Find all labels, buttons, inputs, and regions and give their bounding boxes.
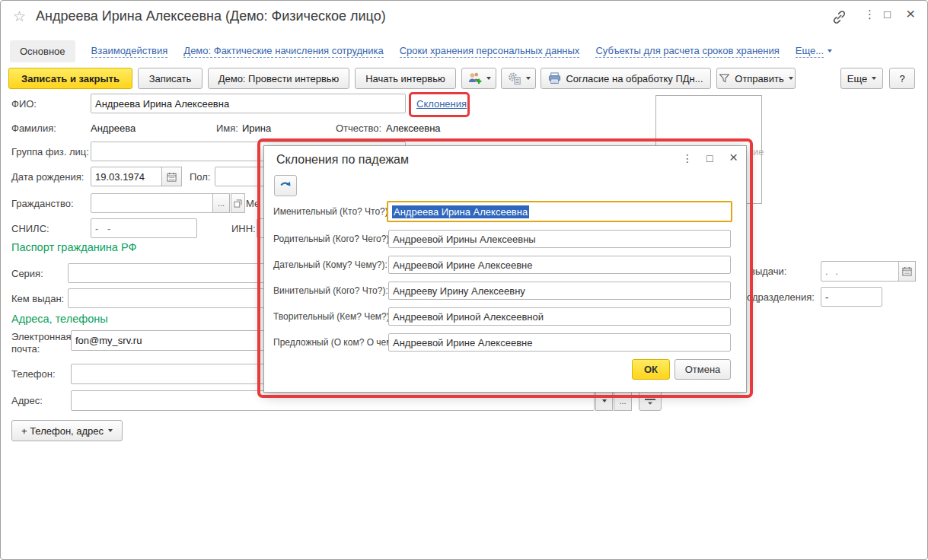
open-window-icon <box>234 199 242 208</box>
refresh-arrow-icon <box>279 180 292 192</box>
tab-retention-periods[interactable]: Сроки хранения персональных данных <box>400 45 580 58</box>
case-label-genitive: Родительный (Кого? Чего?): <box>273 234 392 244</box>
tab-more[interactable]: Еще... <box>796 45 832 58</box>
chevron-down-icon <box>486 77 491 80</box>
citizenship-select-button[interactable]: ... <box>212 193 230 213</box>
fio-input[interactable]: Андреева Ирина Алексеевна <box>91 94 406 113</box>
case-input-prepositional[interactable]: Андреевой Ирине Алексеевне <box>388 333 731 352</box>
chevron-down-icon <box>872 77 876 80</box>
issue-date-label-fragment: выдачи: <box>750 266 786 277</box>
demo-interview-button[interactable]: Демо: Провести интервью <box>208 68 349 89</box>
tab-retention-subjects[interactable]: Субъекты для расчета сроков хранения <box>595 45 779 58</box>
address-input[interactable] <box>71 390 595 411</box>
case-input-accusative[interactable]: Андрееву Ирину Алексеевну <box>388 282 731 300</box>
birthdate-calendar-button[interactable] <box>161 167 182 186</box>
birthdate-label: Дата рождения: <box>11 171 84 183</box>
case-input-instrumental[interactable]: Андреевой Ириной Алексеевной <box>388 307 731 326</box>
group-label: Группа физ. лиц: <box>11 146 89 158</box>
maximize-icon[interactable]: □ <box>884 8 891 21</box>
chevron-down-icon <box>108 429 113 432</box>
dialog-menu-dots-icon[interactable]: ⋮ <box>682 152 693 164</box>
firstname-value: Ирина <box>242 123 271 134</box>
address-label: Адрес: <box>11 395 43 406</box>
chevron-down-icon <box>789 77 793 80</box>
series-label: Серия: <box>11 268 43 279</box>
address-select-button[interactable]: ... <box>614 390 632 411</box>
consent-print-button[interactable]: Согласие на обработку ПДн... <box>541 68 711 89</box>
tab-demo-accruals[interactable]: Демо: Фактические начисления сотрудника <box>183 45 383 58</box>
declensions-link[interactable]: Склонения <box>416 98 467 110</box>
patronymic-label: Отчество: <box>336 123 381 134</box>
send-button[interactable]: Отправить <box>716 68 796 89</box>
add-phone-address-button[interactable]: + Телефон, адрес <box>11 420 123 441</box>
fio-label: ФИО: <box>11 98 37 110</box>
menu-dots-icon[interactable]: ⋮ <box>864 8 875 21</box>
dialog-title: Склонения по падежам <box>276 153 409 167</box>
case-input-genitive[interactable]: Андреевой Ирины Алексеевны <box>388 230 731 248</box>
citizenship-input[interactable] <box>91 193 213 213</box>
birthplace-label-fragment: Ме <box>246 198 260 209</box>
save-close-button[interactable]: Записать и закрыть <box>8 68 132 89</box>
case-label-prepositional: Предложный (О ком? О чем?): <box>273 337 403 348</box>
open-in-window-button[interactable] <box>231 193 245 213</box>
addresses-section-header: Адреса, телефоны <box>11 313 108 325</box>
chevron-down-icon <box>828 49 832 52</box>
phone-label: Телефон: <box>11 368 56 380</box>
ok-button[interactable]: ОК <box>632 359 670 380</box>
photo-placeholder-text-fragment: ие <box>753 146 764 158</box>
funnel-icon <box>719 73 730 84</box>
tab-bar: Основное Взаимодействия Демо: Фактически… <box>10 38 832 64</box>
close-icon[interactable]: × <box>906 5 915 23</box>
calendar-icon <box>902 266 912 276</box>
add-phone-address-label: + Телефон, адрес <box>21 425 104 437</box>
add-person-icon <box>467 72 482 85</box>
issued-by-label: Кем выдан: <box>11 293 64 304</box>
save-button[interactable]: Записать <box>138 68 203 89</box>
surname-label: Фамилия: <box>11 123 56 134</box>
stamp-tools-button[interactable] <box>501 68 536 89</box>
dept-code-input[interactable]: - <box>821 287 882 307</box>
more-button[interactable]: Еще <box>840 68 883 89</box>
patronymic-value: Алексеевна <box>386 123 441 134</box>
case-label-accusative: Винительный (Кого? Что?): <box>273 285 388 296</box>
issue-date-input[interactable]: . . <box>821 261 899 282</box>
issue-date-calendar-button[interactable] <box>898 261 916 282</box>
printer-icon <box>548 72 561 84</box>
dialog-close-icon[interactable]: × <box>729 149 738 166</box>
passport-section-header: Паспорт гражданина РФ <box>11 241 136 253</box>
favorite-star-icon[interactable]: ☆ <box>13 8 26 25</box>
help-button[interactable]: ? <box>889 68 915 89</box>
case-input-nominative[interactable]: Андреева Ирина Алексеевна <box>387 201 732 222</box>
cancel-button[interactable]: Отмена <box>674 359 731 380</box>
dialog-maximize-icon[interactable]: □ <box>706 152 713 164</box>
sex-label: Пол: <box>190 171 211 183</box>
case-input-dative[interactable]: Андреевой Ирине Алексеевне <box>388 256 731 274</box>
surname-value: Андреева <box>91 123 136 134</box>
case-label-dative: Дательный (Кому? Чему?): <box>273 259 387 270</box>
tab-interactions[interactable]: Взаимодействия <box>91 45 168 58</box>
gear-document-icon <box>507 72 521 85</box>
email-label-line2: почта: <box>11 343 40 355</box>
add-person-button[interactable] <box>461 68 496 89</box>
birthdate-input[interactable]: 19.03.1974 <box>91 167 162 186</box>
link-icon[interactable] <box>831 9 847 27</box>
consent-button-label: Согласие на обработку ПДн... <box>566 73 703 84</box>
inn-label: ИНН: <box>231 223 256 234</box>
more-button-label: Еще <box>847 73 867 84</box>
chevron-down-icon <box>602 399 607 402</box>
start-interview-button[interactable]: Начать интервью <box>355 68 456 89</box>
tab-main[interactable]: Основное <box>10 40 75 62</box>
selected-text: Андреева Ирина Алексеевна <box>392 205 529 218</box>
email-label-line1: Электронная <box>11 331 72 342</box>
dept-code-label-fragment: одразделения: <box>747 291 815 303</box>
title-bar: ☆ Андреева Ирина Алексеевна (Демо: Физич… <box>1 1 927 34</box>
refill-declensions-button[interactable] <box>274 175 297 196</box>
citizenship-label: Гражданство: <box>11 198 74 209</box>
case-label-nominative: Именительный (Кто? Что?): <box>273 206 391 217</box>
chevron-down-icon <box>526 77 531 80</box>
snils-input[interactable]: - - <box>91 218 197 238</box>
address-dropdown-button[interactable] <box>595 390 613 411</box>
app-window: ☆ Андреева Ирина Алексеевна (Демо: Физич… <box>0 0 928 560</box>
window-title: Андреева Ирина Алексеевна (Демо: Физичес… <box>36 8 386 24</box>
lines-chevron-icon <box>644 395 656 405</box>
